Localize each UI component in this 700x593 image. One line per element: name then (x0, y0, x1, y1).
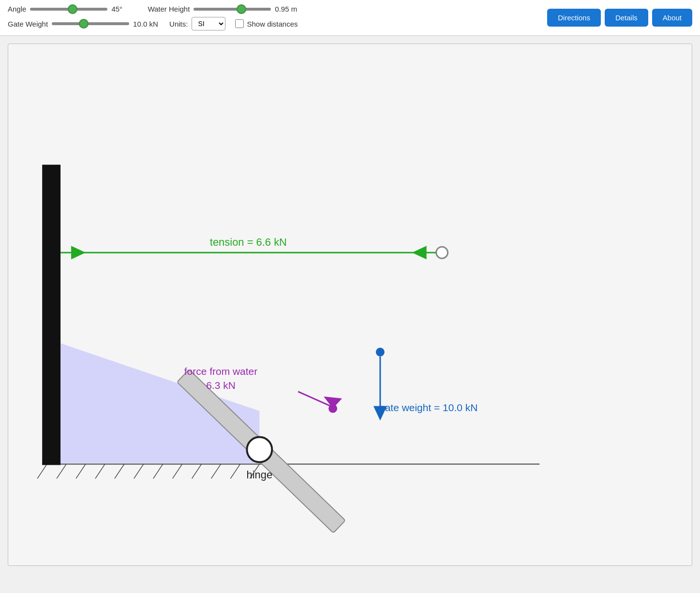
water-force-arrowhead (324, 397, 342, 409)
svg-line-2 (57, 464, 66, 478)
gate-weight-label: Gate Weight (8, 20, 48, 28)
show-distances-label: Show distances (247, 20, 298, 28)
diagram-svg: tension = 6.6 kN force from water 6.3 kN… (8, 44, 692, 565)
directions-button[interactable]: Directions (547, 9, 601, 27)
button-group: Directions Details About (547, 9, 692, 27)
force-water-value: 6.3 kN (206, 380, 236, 391)
wall (42, 165, 60, 464)
gate-weight-value: 10.0 kN (133, 20, 160, 28)
row2: Gate Weight 10.0 kN Units: SI US Show di… (8, 17, 537, 30)
toolbar: Angle 45° Water Height 0.95 m Gate Weigh… (0, 0, 700, 36)
svg-line-3 (76, 464, 86, 478)
angle-label: Angle (8, 5, 26, 13)
units-label: Units: (169, 20, 188, 28)
svg-line-4 (95, 464, 105, 478)
show-distances-control[interactable]: Show distances (235, 19, 298, 28)
angle-value: 45° (111, 5, 138, 13)
water-height-control: Water Height 0.95 m (148, 5, 301, 13)
wall-base (42, 463, 60, 465)
water-height-value: 0.95 m (275, 5, 301, 13)
hinge-circle (247, 437, 272, 462)
hinge-label: hinge (247, 469, 273, 481)
gate-weight-slider[interactable] (52, 22, 129, 25)
svg-line-10 (211, 464, 221, 478)
water-height-label: Water Height (148, 5, 190, 13)
angle-slider[interactable] (30, 8, 107, 11)
gate-weight-label: gate weight = 10.0 kN (379, 402, 477, 413)
svg-line-9 (192, 464, 202, 478)
row1: Angle 45° Water Height 0.95 m (8, 5, 537, 13)
tension-arrow-left (71, 246, 86, 259)
svg-line-1 (37, 464, 47, 478)
force-water-label: force from water (184, 366, 257, 377)
show-distances-checkbox[interactable] (235, 19, 244, 28)
controls-container: Angle 45° Water Height 0.95 m Gate Weigh… (8, 5, 537, 30)
tension-arrow-right (412, 246, 427, 259)
svg-line-8 (173, 464, 182, 478)
gate-weight-point (376, 348, 385, 356)
svg-line-6 (134, 464, 144, 478)
water-force-group (298, 392, 342, 413)
gate-weight-control: Gate Weight 10.0 kN (8, 20, 160, 28)
svg-line-11 (230, 464, 240, 478)
angle-control: Angle 45° (8, 5, 138, 13)
water-height-slider[interactable] (194, 8, 271, 11)
details-button[interactable]: Details (605, 9, 648, 27)
gate-pin-circle (436, 247, 448, 258)
about-button[interactable]: About (652, 9, 692, 27)
tension-label: tension = 6.6 kN (210, 236, 287, 248)
diagram-canvas: tension = 6.6 kN force from water 6.3 kN… (8, 44, 692, 566)
units-select[interactable]: SI US (192, 17, 225, 30)
units-control: Units: SI US (169, 17, 225, 30)
water-area (60, 343, 259, 463)
svg-line-5 (115, 464, 124, 478)
svg-line-7 (153, 464, 163, 478)
